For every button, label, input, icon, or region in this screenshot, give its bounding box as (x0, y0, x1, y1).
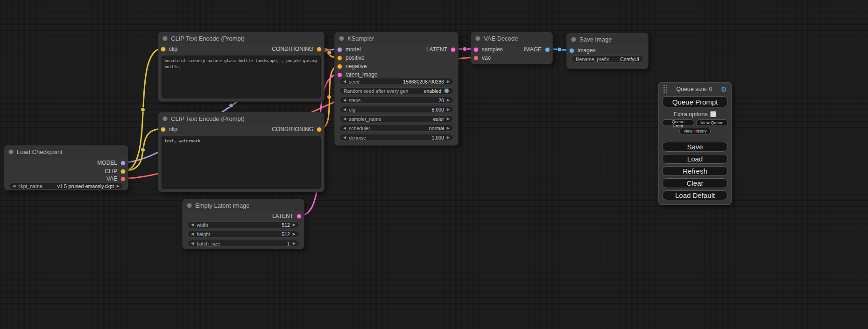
collapse-dot-icon[interactable] (339, 36, 344, 41)
input-slot-clip[interactable]: clip (161, 125, 177, 133)
random-seed-toggle-widget[interactable]: Random seed after every gen enabled (339, 87, 453, 94)
toggle-dot-icon[interactable] (444, 88, 449, 93)
load-default-button[interactable]: Load Default (662, 190, 728, 200)
decrement-arrow-icon[interactable]: ◀ (191, 242, 194, 245)
increment-arrow-icon[interactable]: ▶ (447, 136, 450, 140)
decrement-arrow-icon[interactable]: ◀ (13, 184, 15, 188)
conditioning-slot-dot[interactable] (337, 64, 342, 69)
ckpt-name-widget[interactable]: ◀ ckpt_name v1-5-pruned-emaonly.ckpt ▶ (9, 182, 123, 189)
node-titlebar[interactable]: CLIP Text Encode (Prompt) (158, 32, 324, 44)
node-graph-canvas[interactable]: Load Checkpoint MODEL CLIP VAE ◀ ckpt_na… (0, 0, 868, 329)
queue-front-button[interactable]: Queue Front (662, 119, 694, 126)
collapse-dot-icon[interactable] (187, 203, 192, 208)
input-slot-negative[interactable]: negative (337, 62, 367, 70)
vae-slot-dot[interactable] (473, 56, 479, 61)
increment-arrow-icon[interactable]: ▶ (447, 117, 450, 121)
increment-arrow-icon[interactable]: ▶ (447, 98, 450, 102)
cfg-widget[interactable]: ◀ cfg 8.000 ▶ (339, 106, 453, 113)
sampler-name-widget[interactable]: ◀ sampler_name euler ▶ (339, 115, 453, 122)
node-titlebar[interactable]: Empty Latent Image (183, 199, 304, 211)
model-slot-dot[interactable] (337, 47, 342, 52)
steps-widget[interactable]: ◀ steps 20 ▶ (339, 97, 453, 104)
node-titlebar[interactable]: CLIP Text Encode (Prompt) (158, 112, 324, 125)
decrement-arrow-icon[interactable]: ◀ (343, 126, 346, 130)
filename-prefix-widget[interactable]: filename_prefix ComfyUI (572, 56, 643, 63)
latent-slot-dot[interactable] (337, 72, 342, 77)
extra-options-checkbox[interactable] (710, 111, 716, 117)
latent-slot-dot[interactable] (473, 47, 479, 52)
decrement-arrow-icon[interactable]: ◀ (343, 108, 346, 112)
input-slot-samples[interactable]: samples (473, 45, 503, 54)
node-save-image[interactable]: Save Image images filename_prefix ComfyU… (566, 33, 649, 69)
conditioning-slot-dot[interactable] (317, 47, 322, 52)
positive-prompt-textarea[interactable]: beautiful scenery nature glass bottle la… (162, 56, 321, 98)
increment-arrow-icon[interactable]: ▶ (293, 223, 296, 227)
refresh-button[interactable]: Refresh (662, 166, 728, 176)
node-clip-text-encode-negative[interactable]: CLIP Text Encode (Prompt) clip CONDITION… (158, 112, 325, 192)
increment-arrow-icon[interactable]: ▶ (293, 242, 296, 245)
output-slot-model[interactable]: MODEL (97, 159, 126, 167)
scheduler-widget[interactable]: ◀ scheduler normal ▶ (339, 125, 453, 132)
output-slot-conditioning[interactable]: CONDITIONING (272, 125, 322, 133)
view-history-button[interactable]: View History (679, 128, 711, 134)
node-titlebar[interactable]: KSampler (335, 32, 458, 44)
negative-prompt-textarea[interactable]: text, watermark (162, 136, 321, 189)
input-slot-model[interactable]: model (337, 45, 361, 54)
output-slot-latent[interactable]: LATENT (272, 212, 302, 220)
drag-handle-icon[interactable] (663, 85, 668, 93)
decrement-arrow-icon[interactable]: ◀ (191, 223, 194, 227)
image-slot-dot[interactable] (569, 48, 574, 53)
conditioning-slot-dot[interactable] (337, 56, 342, 61)
view-queue-button[interactable]: View Queue (696, 119, 728, 126)
seed-widget[interactable]: ◀ seed 156680208700286 ▶ (339, 78, 453, 85)
node-empty-latent-image[interactable]: Empty Latent Image LATENT ◀ width 512 ▶ … (182, 199, 304, 249)
clip-slot-dot[interactable] (120, 169, 126, 174)
clip-slot-dot[interactable] (161, 127, 166, 132)
decrement-arrow-icon[interactable]: ◀ (343, 98, 346, 102)
width-widget[interactable]: ◀ width 512 ▶ (187, 221, 299, 228)
collapse-dot-icon[interactable] (475, 36, 480, 41)
latent-slot-dot[interactable] (451, 47, 456, 52)
output-slot-latent[interactable]: LATENT (426, 45, 456, 54)
node-titlebar[interactable]: VAE Decode (471, 32, 552, 44)
increment-arrow-icon[interactable]: ▶ (447, 80, 450, 84)
batch-size-widget[interactable]: ◀ batch_size 1 ▶ (187, 240, 299, 247)
increment-arrow-icon[interactable]: ▶ (117, 184, 120, 188)
increment-arrow-icon[interactable]: ▶ (293, 232, 296, 236)
decrement-arrow-icon[interactable]: ◀ (343, 117, 346, 121)
conditioning-slot-dot[interactable] (317, 127, 322, 132)
output-slot-image[interactable]: IMAGE (523, 45, 550, 54)
height-widget[interactable]: ◀ height 512 ▶ (187, 231, 299, 238)
increment-arrow-icon[interactable]: ▶ (447, 108, 450, 112)
input-slot-clip[interactable]: clip (161, 45, 177, 53)
queue-menu-panel[interactable]: Queue size: 0 ⚙ Queue Prompt Extra optio… (658, 82, 732, 205)
collapse-dot-icon[interactable] (571, 37, 576, 42)
node-titlebar[interactable]: Save Image (567, 33, 648, 45)
vae-slot-dot[interactable] (120, 176, 126, 182)
input-slot-images[interactable]: images (569, 46, 596, 55)
node-ksampler[interactable]: KSampler model positive negative latent_… (334, 32, 459, 146)
collapse-dot-icon[interactable] (8, 149, 14, 154)
settings-gear-icon[interactable]: ⚙ (721, 86, 727, 93)
increment-arrow-icon[interactable]: ▶ (447, 126, 450, 130)
node-load-checkpoint[interactable]: Load Checkpoint MODEL CLIP VAE ◀ ckpt_na… (4, 145, 128, 190)
load-button[interactable]: Load (662, 154, 728, 164)
save-button[interactable]: Save (662, 142, 728, 152)
node-titlebar[interactable]: Load Checkpoint (4, 146, 128, 158)
image-slot-dot[interactable] (545, 47, 550, 52)
queue-prompt-button[interactable]: Queue Prompt (662, 96, 728, 107)
collapse-dot-icon[interactable] (162, 116, 168, 121)
collapse-dot-icon[interactable] (162, 36, 168, 41)
input-slot-positive[interactable]: positive (337, 54, 365, 62)
model-slot-dot[interactable] (120, 161, 126, 166)
clip-slot-dot[interactable] (161, 47, 166, 52)
node-clip-text-encode-positive[interactable]: CLIP Text Encode (Prompt) clip CONDITION… (158, 32, 325, 102)
latent-slot-dot[interactable] (296, 214, 302, 219)
node-vae-decode[interactable]: VAE Decode samples vae IMAGE (471, 32, 553, 64)
decrement-arrow-icon[interactable]: ◀ (343, 136, 346, 140)
decrement-arrow-icon[interactable]: ◀ (343, 80, 346, 84)
input-slot-vae[interactable]: vae (473, 54, 491, 62)
output-slot-vae[interactable]: VAE (106, 175, 126, 183)
decrement-arrow-icon[interactable]: ◀ (191, 232, 194, 236)
clear-button[interactable]: Clear (662, 178, 728, 188)
